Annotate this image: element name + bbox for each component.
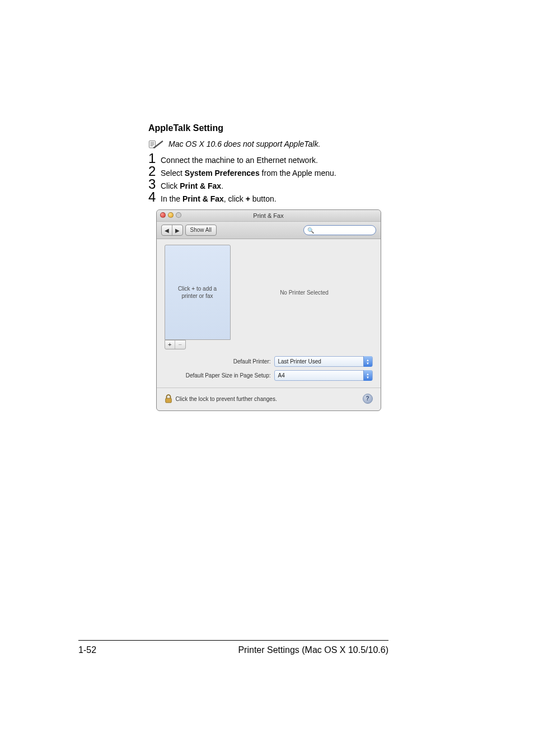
default-printer-value: Last Printer Used [278, 358, 321, 365]
minimize-icon[interactable] [168, 212, 174, 218]
no-printer-label: No Printer Selected [280, 290, 329, 296]
step-number: 4 [148, 191, 161, 203]
remove-printer-button[interactable]: − [175, 340, 185, 349]
step-number: 3 [148, 178, 161, 190]
zoom-icon[interactable] [176, 212, 181, 218]
nav-buttons: ◀ ▶ [161, 225, 183, 236]
search-icon: 🔍 [307, 227, 314, 234]
chevron-updown-icon: ▲▼ [363, 356, 372, 367]
page-number: 1-52 [78, 645, 96, 655]
chevron-updown-icon: ▲▼ [363, 370, 372, 381]
search-input[interactable]: 🔍 [303, 225, 376, 235]
add-printer-button[interactable]: + [165, 340, 176, 349]
note-icon [148, 139, 164, 149]
step-number: 2 [148, 165, 161, 178]
default-printer-select[interactable]: Last Printer Used ▲▼ [274, 356, 373, 367]
step-item: 4In the Print & Fax, click + button. [148, 191, 388, 205]
step-text: Select System Preferences from the Apple… [161, 167, 336, 179]
traffic-lights [160, 212, 181, 218]
default-paper-select[interactable]: A4 ▲▼ [274, 370, 373, 381]
step-number: 1 [148, 152, 161, 165]
default-paper-label: Default Paper Size in Page Setup: [165, 372, 274, 379]
section-heading: AppleTalk Setting [148, 123, 388, 133]
step-text: In the Print & Fax, click + button. [161, 193, 277, 205]
step-text: Connect the machine to an Ethernet netwo… [161, 154, 318, 166]
footer-title: Printer Settings (Mac OS X 10.5/10.6) [238, 645, 388, 655]
show-all-button[interactable]: Show All [185, 225, 217, 236]
note-text: Mac OS X 10.6 does not support AppleTalk… [168, 139, 320, 148]
page-footer: 1-52 Printer Settings (Mac OS X 10.5/10.… [78, 640, 388, 655]
printer-list[interactable]: Click + to add a printer or fax [165, 245, 231, 340]
step-item: 1Connect the machine to an Ethernet netw… [148, 152, 388, 166]
forward-button[interactable]: ▶ [172, 225, 182, 235]
close-icon[interactable] [160, 212, 166, 218]
default-printer-label: Default Printer: [165, 358, 274, 365]
step-item: 3Click Print & Fax. [148, 178, 388, 192]
toolbar: ◀ ▶ Show All 🔍 [157, 222, 381, 239]
default-paper-value: A4 [278, 372, 285, 379]
step-text: Click Print & Fax. [161, 180, 223, 192]
back-button[interactable]: ◀ [162, 225, 172, 235]
steps-list: 1Connect the machine to an Ethernet netw… [148, 152, 388, 205]
svg-rect-7 [165, 398, 171, 403]
lock-icon[interactable] [165, 394, 172, 403]
window-titlebar: Print & Fax [157, 210, 381, 222]
print-fax-window: Print & Fax ◀ ▶ Show All 🔍 Click + to ad… [156, 209, 381, 411]
window-title: Print & Fax [253, 212, 283, 219]
note: Mac OS X 10.6 does not support AppleTalk… [148, 139, 388, 149]
lock-text: Click the lock to prevent further change… [176, 396, 277, 402]
step-item: 2Select System Preferences from the Appl… [148, 165, 388, 179]
help-button[interactable]: ? [363, 394, 373, 404]
printer-list-placeholder: Click + to add a printer or fax [178, 285, 217, 300]
printer-detail-pane: No Printer Selected [236, 245, 373, 340]
